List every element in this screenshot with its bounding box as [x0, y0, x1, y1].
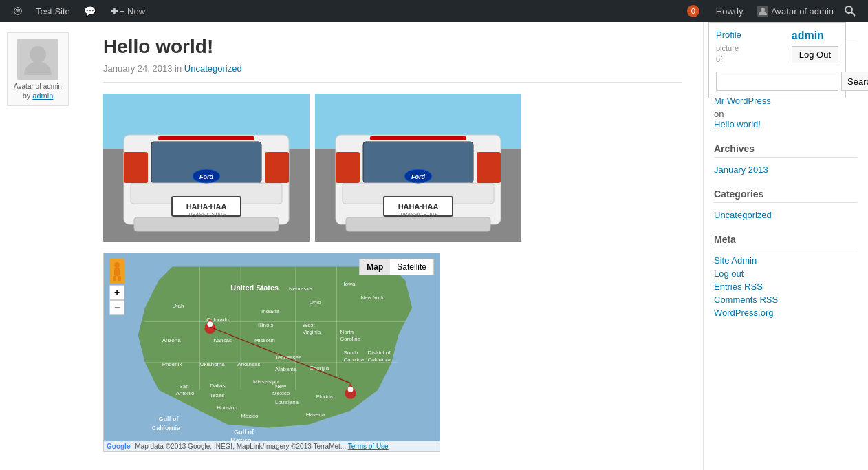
svg-text:San: San — [180, 383, 189, 389]
updates-link[interactable]: 0 — [680, 0, 709, 22]
svg-rect-32 — [346, 217, 490, 231]
svg-text:North: North — [340, 329, 354, 335]
meta-link-0[interactable]: Site Admin — [714, 255, 858, 266]
map-controls: Map Satellite — [359, 259, 434, 275]
satellite-view-button[interactable]: Satellite — [390, 259, 433, 275]
new-content-link[interactable]: ✚ + New — [104, 0, 152, 22]
wp-logo[interactable]: W — [7, 0, 29, 22]
svg-rect-28 — [336, 152, 360, 183]
profile-link[interactable]: Profile — [716, 30, 741, 40]
meta-link-3[interactable]: Comments RSS — [714, 295, 858, 305]
pegman[interactable] — [109, 259, 124, 284]
logout-button[interactable]: Log Out — [792, 46, 838, 63]
svg-text:Iowa: Iowa — [344, 281, 356, 287]
svg-text:Nebraska: Nebraska — [289, 286, 313, 292]
recent-comment-0: Mr WordPress on Hello world! — [714, 96, 858, 129]
svg-text:Alabama: Alabama — [275, 366, 297, 372]
svg-text:Ford: Ford — [199, 173, 213, 180]
search-icon-bar[interactable] — [839, 0, 861, 22]
svg-rect-14 — [124, 152, 148, 183]
svg-text:Arizona: Arizona — [162, 337, 182, 343]
post-title: Hello world! — [103, 36, 682, 58]
google-logo: Google — [107, 442, 130, 450]
search-button[interactable]: Search — [841, 72, 868, 91]
svg-point-3 — [845, 6, 852, 13]
svg-text:Houston: Houston — [217, 405, 237, 411]
svg-line-4 — [851, 12, 855, 16]
car-image-1: HAHA·HAA JURASSIC STATE Ford — [103, 94, 310, 242]
svg-text:Virginia: Virginia — [303, 329, 321, 335]
svg-rect-29 — [477, 152, 501, 183]
comment-icon-bar[interactable]: 💬 — [77, 0, 104, 22]
zoom-out-button[interactable]: − — [109, 300, 124, 315]
svg-point-86 — [207, 321, 213, 327]
categories-section: Categories Uncategorized — [714, 189, 858, 220]
svg-text:South: South — [344, 350, 358, 356]
avatar-image — [17, 39, 58, 80]
svg-text:Oklahoma: Oklahoma — [199, 361, 225, 367]
search-row: Search — [716, 72, 838, 91]
search-input[interactable] — [716, 72, 838, 91]
meta-heading: Meta — [714, 234, 858, 248]
by-text: by admin — [13, 92, 63, 100]
avatar-admin-link[interactable]: admin — [32, 92, 53, 100]
map-zoom: + − — [109, 259, 124, 315]
svg-text:HAHA·HAA: HAHA·HAA — [186, 202, 227, 211]
content-area: Hello world! January 24, 2013 in Uncateg… — [89, 22, 703, 470]
svg-point-91 — [114, 262, 120, 268]
zoom-in-button[interactable]: + — [109, 285, 124, 300]
svg-point-89 — [348, 387, 354, 392]
avatar-label-text: picture — [716, 44, 786, 52]
svg-point-5 — [30, 46, 46, 63]
map-attribution: Map data ©2013 Google, INEGI, MapLink/Im… — [135, 442, 346, 450]
svg-text:Florida: Florida — [316, 394, 334, 400]
map-footer: Google Map data ©2013 Google, INEGI, Map… — [104, 441, 440, 451]
avatar-caption: Avatar of admin — [13, 83, 63, 90]
admin-bar-left: W Test Site 💬 ✚ + New — [7, 0, 152, 22]
categories-heading: Categories — [714, 189, 858, 203]
svg-text:Texas: Texas — [210, 392, 224, 398]
meta-link-2[interactable]: Entries RSS — [714, 281, 858, 292]
comment-post-link-0[interactable]: Hello world! — [714, 119, 858, 129]
category-link-0[interactable]: Uncategorized — [714, 210, 858, 220]
howdy-text: Howdy, — [709, 0, 752, 22]
svg-text:Carolina: Carolina — [340, 336, 361, 342]
svg-text:Dallas: Dallas — [210, 383, 225, 389]
new-icon: ✚ — [111, 6, 118, 17]
svg-text:Kansas: Kansas — [213, 337, 232, 343]
svg-text:Tennessee: Tennessee — [275, 354, 302, 361]
post-category-link[interactable]: Uncategorized — [184, 63, 242, 74]
on-text-0: on — [714, 109, 724, 119]
archives-heading: Archives — [714, 143, 858, 158]
svg-text:Utah: Utah — [173, 303, 184, 309]
svg-text:Ohio: Ohio — [310, 299, 321, 306]
speech-bubble-icon: 💬 — [84, 6, 96, 17]
svg-rect-92 — [114, 268, 120, 276]
terms-of-use-link[interactable]: Terms of Use — [348, 442, 389, 450]
svg-text:Phoenix: Phoenix — [162, 361, 182, 367]
map-container: Gulf of California Gulf of Mexico United… — [103, 253, 440, 452]
new-label: + New — [120, 6, 145, 17]
svg-rect-94 — [118, 276, 121, 281]
admin-name-link[interactable]: admin — [792, 30, 838, 42]
svg-text:Arkansas: Arkansas — [237, 361, 260, 367]
svg-text:JURASSIC STATE: JURASSIC STATE — [186, 212, 226, 217]
meta-link-4[interactable]: WordPress.org — [714, 308, 858, 318]
left-panel: Avatar of admin by admin — [0, 22, 89, 470]
svg-text:Mexico: Mexico — [272, 390, 290, 396]
svg-text:New: New — [275, 383, 286, 389]
svg-rect-93 — [113, 276, 116, 281]
admin-bar: W Test Site 💬 ✚ + New 0 Howdy, Avatar of… — [0, 0, 868, 22]
svg-rect-33 — [370, 136, 466, 140]
admin-name-bar: Avatar of admin — [771, 6, 834, 17]
svg-rect-19 — [158, 136, 254, 140]
archive-link-0[interactable]: January 2013 — [714, 164, 858, 175]
admin-user-menu[interactable]: Avatar of admin — [752, 0, 839, 22]
meta-section: Meta Site Admin Log out Entries RSS Comm… — [714, 234, 858, 318]
meta-link-1[interactable]: Log out — [714, 268, 858, 279]
svg-text:Gulf of: Gulf of — [159, 416, 179, 423]
map-view-button[interactable]: Map — [360, 259, 390, 275]
archives-section: Archives January 2013 — [714, 143, 858, 175]
car-image-2: HAHA·HAA JURASSIC STATE Ford — [315, 94, 521, 242]
site-name-link[interactable]: Test Site — [29, 0, 77, 22]
